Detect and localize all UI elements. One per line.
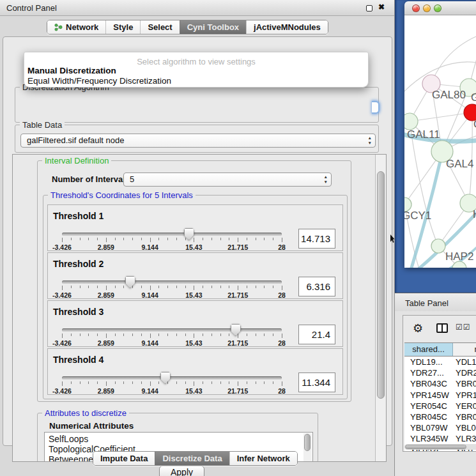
tick-mark	[132, 334, 133, 336]
slider-track[interactable]	[62, 376, 282, 380]
tick-mark	[273, 238, 273, 240]
tick-mark	[185, 381, 186, 384]
tick-mark	[282, 334, 282, 338]
tick-mark	[115, 334, 116, 336]
columns-icon[interactable]	[436, 323, 448, 333]
zoom-traffic-light[interactable]	[434, 4, 441, 12]
tick-mark	[247, 238, 247, 240]
cell-name: YBL0	[456, 422, 476, 433]
table-data-combo[interactable]: galFiltered.sif default node ▲▼	[20, 134, 376, 148]
table-row[interactable]: YBR045CYBR0	[404, 411, 476, 422]
control-panel-tab-bar: NetworkStyleSelectCyni ToolboxjActiveMNo…	[47, 20, 328, 35]
tick-mark	[123, 334, 124, 336]
tick-mark	[88, 334, 89, 336]
table-row[interactable]: YDL19...YDL1	[404, 357, 476, 367]
tick-mark	[194, 334, 194, 338]
float-window-icon[interactable]	[366, 5, 372, 12]
cell-shared-name: YDR27...	[404, 367, 456, 378]
number-of-intervals-value: 5	[130, 174, 134, 184]
column-header-shared[interactable]: shared...	[404, 343, 453, 356]
settings-vertical-scrollbar[interactable]	[375, 155, 386, 461]
slider-thumb[interactable]	[189, 228, 194, 240]
slider-track[interactable]	[62, 233, 282, 236]
tick-mark	[141, 381, 142, 384]
apply-button[interactable]: Apply	[159, 466, 204, 476]
table-horizontal-scrollbar[interactable]	[404, 444, 476, 450]
gear-icon[interactable]: ⚙	[413, 321, 423, 335]
column-header-name[interactable]: n	[453, 343, 476, 356]
tick-mark	[141, 286, 142, 288]
table-row[interactable]: YLR345WYLR3	[404, 433, 476, 444]
network-canvas[interactable]: GAL80GAGAL11CGAL4GCY1HHAP2	[404, 15, 476, 268]
tab-jactivemnodules[interactable]: jActiveMNodules	[246, 20, 328, 34]
threshold-value-field[interactable]: 21.4	[298, 325, 335, 344]
tick-mark	[203, 286, 203, 288]
tick-mark	[256, 286, 256, 288]
network-node[interactable]	[404, 113, 418, 130]
tick-mark	[141, 238, 142, 240]
number-of-intervals-combo[interactable]: 5 ▲▼	[123, 173, 332, 187]
slider-thumb[interactable]	[130, 276, 135, 288]
tick-mark	[71, 381, 72, 384]
threshold-coordinates-group: Threshold's Coordinates for 5 Intervals …	[43, 195, 348, 399]
tab-network[interactable]: Network	[47, 20, 105, 34]
tick-label: 2.859	[98, 387, 114, 395]
close-traffic-light[interactable]	[412, 4, 420, 12]
network-window-titlebar[interactable]	[404, 1, 476, 15]
attributes-list-scrollbar[interactable]	[303, 433, 312, 462]
cell-shared-name: YBR045C	[404, 411, 456, 422]
tick-mark	[80, 286, 81, 288]
attribute-item[interactable]: SelfLoops	[45, 434, 312, 444]
algorithm-combo-focus-ring[interactable]	[372, 101, 380, 114]
bottom-tab-discretize-data[interactable]: Discretize Data	[155, 452, 229, 465]
tick-mark	[97, 334, 98, 336]
slider-thumb[interactable]	[236, 324, 241, 336]
tick-mark	[185, 238, 186, 240]
table-row[interactable]: YBL079WYBL0	[404, 422, 476, 433]
tab-cyni-toolbox[interactable]: Cyni Toolbox	[180, 20, 246, 34]
network-edge[interactable]	[431, 29, 476, 84]
tick-mark	[282, 381, 282, 386]
tick-mark	[123, 286, 124, 288]
tick-label: -3.426	[52, 243, 72, 251]
table-panel-titlebar: Table Panel	[395, 293, 476, 311]
minimize-traffic-light[interactable]	[423, 4, 431, 12]
select-checkboxes-icon[interactable]: ☑☑	[456, 323, 471, 332]
table-data-group: Table Data galFiltered.sif default node …	[15, 125, 379, 153]
network-edge[interactable]	[410, 112, 472, 121]
threshold-panel-4: Threshold 4-3.4262.8599.14415.4321.71528…	[47, 348, 343, 395]
slider-track[interactable]	[62, 328, 282, 332]
tab-style[interactable]: Style	[105, 20, 140, 34]
cell-shared-name: YLR345W	[404, 433, 456, 444]
tick-mark	[97, 238, 98, 240]
tick-label: 15.43	[185, 339, 202, 347]
threshold-value-field[interactable]: 14.713	[298, 229, 335, 249]
tick-mark	[203, 381, 203, 384]
table-row[interactable]: YER054CYER0	[404, 401, 476, 411]
slider-track[interactable]	[62, 280, 282, 284]
slider-ticks	[62, 238, 282, 243]
tick-mark	[106, 238, 107, 242]
bottom-tab-impute-data[interactable]: Impute Data	[93, 452, 155, 465]
algorithm-option-1[interactable]: Manual Discretization	[27, 66, 116, 75]
tick-mark	[80, 334, 81, 336]
network-node[interactable]	[431, 239, 445, 253]
threshold-value-field[interactable]: 6.316	[298, 277, 335, 296]
threshold-value-field[interactable]: 11.344	[298, 372, 335, 392]
slider-tick-labels: -3.4262.8599.14415.4321.71528	[62, 291, 282, 298]
tab-select[interactable]: Select	[140, 20, 179, 34]
algorithm-option-2[interactable]: Equal Width/Frequency Discretization	[27, 76, 171, 86]
algorithm-dropdown-popup: Select algorithm to view settings Manual…	[24, 52, 369, 88]
bottom-tab-infer-network[interactable]: Infer Network	[229, 452, 297, 465]
table-row[interactable]: YPR145WYPR1	[404, 390, 476, 401]
tab-label: Style	[113, 22, 133, 32]
table-row[interactable]: YDR27...YDR2	[404, 367, 476, 378]
table-row[interactable]: YBR043CYBR0	[404, 378, 476, 389]
algorithm-popup-hint: Select algorithm to view settings	[24, 57, 368, 66]
tick-mark	[238, 381, 238, 386]
tick-mark	[273, 381, 273, 384]
slider-thumb[interactable]	[165, 372, 171, 384]
tick-mark	[71, 286, 72, 288]
tick-mark	[247, 286, 247, 288]
close-icon[interactable]: ✖	[378, 3, 385, 12]
